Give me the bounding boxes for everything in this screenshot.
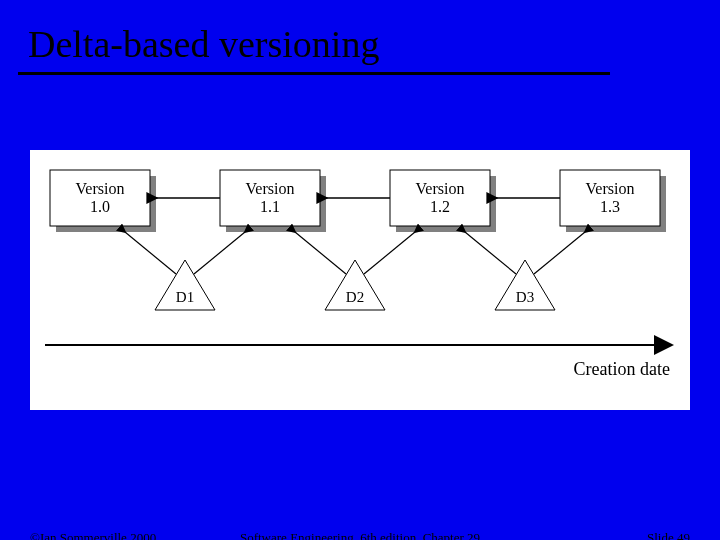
title-underline [18,72,610,75]
slide-title: Delta-based versioning [28,22,379,66]
svg-line-12 [194,232,245,274]
axis-label: Creation date [574,359,670,379]
delta-1: D1 [155,260,215,310]
diagram-panel: Version1.0 Version1.1 Version1.2 Version… [30,150,690,410]
svg-line-11 [125,232,176,274]
svg-line-13 [295,232,346,274]
svg-line-15 [465,232,516,274]
delta-label-2: D2 [346,289,364,305]
version-box-4: Version1.3 [560,170,666,232]
footer-book-chapter: Software Engineering, 6th edition. Chapt… [0,530,720,540]
delta-2: D2 [325,260,385,310]
version-box-1: Version1.0 [50,170,156,232]
diagram-svg: Version1.0 Version1.1 Version1.2 Version… [30,150,690,410]
delta-label-1: D1 [176,289,194,305]
version-box-3: Version1.2 [390,170,496,232]
footer-slide-number: Slide 49 [647,530,690,540]
slide: Delta-based versioning Version1.0 V [0,0,720,540]
svg-line-16 [534,232,585,274]
svg-line-14 [364,232,415,274]
version-box-2: Version1.1 [220,170,326,232]
delta-label-3: D3 [516,289,534,305]
delta-3: D3 [495,260,555,310]
